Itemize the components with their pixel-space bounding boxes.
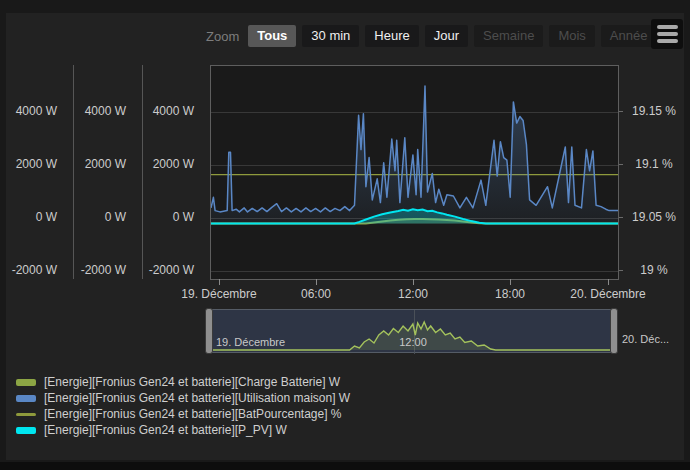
axis-tick-label: 0 W <box>138 210 194 224</box>
axis-tick-label: 19. Décembre <box>174 287 264 301</box>
chart-context-menu-button[interactable] <box>651 19 683 49</box>
navigator-label-right: 20. Déc... <box>622 333 669 345</box>
axis-tick-label: 2000 W <box>1 157 57 171</box>
axis-tick-label: 18:00 <box>465 287 555 301</box>
legend-label: [Energie][Fronius Gen24 et batterie][P_P… <box>44 423 287 437</box>
axis-tick-label: -2000 W <box>1 263 57 277</box>
axis-tick-label: 2000 W <box>138 157 194 171</box>
axis-tick-label: -2000 W <box>70 263 126 277</box>
series-canvas <box>211 66 618 279</box>
axis-tick-label: 2000 W <box>70 157 126 171</box>
axis-tick-label: 19.1 % <box>626 157 682 171</box>
y-axis-line-1 <box>73 65 74 279</box>
series-utilisation-maison-area <box>211 86 618 224</box>
plot-area[interactable] <box>210 65 619 280</box>
navigator-handle-left[interactable] <box>205 308 213 354</box>
legend-swatch-charge-batterie <box>16 379 36 386</box>
legend-item-utilisation-maison[interactable]: [Energie][Fronius Gen24 et batterie][Uti… <box>16 390 350 406</box>
axis-tick-label: 19 % <box>626 263 682 277</box>
zoom-label: Zoom <box>206 29 239 44</box>
bottom-strip <box>0 462 690 470</box>
range-button-tous[interactable]: Tous <box>248 25 296 48</box>
legend-swatch-batpourcentage <box>16 413 36 416</box>
navigator-label-left: 19. Décembre <box>216 336 285 348</box>
axis-tick-label: 06:00 <box>271 287 361 301</box>
range-button-jour[interactable]: Jour <box>425 25 468 48</box>
legend-label: [Energie][Fronius Gen24 et batterie][Cha… <box>44 375 340 389</box>
axis-tick-label: 0 W <box>70 210 126 224</box>
axis-tick-label: 12:00 <box>368 287 458 301</box>
legend-item-charge-batterie[interactable]: [Energie][Fronius Gen24 et batterie][Cha… <box>16 374 350 390</box>
range-button-mois: Mois <box>549 25 594 48</box>
range-button-annee: Année <box>601 25 657 48</box>
legend: [Energie][Fronius Gen24 et batterie][Cha… <box>16 374 350 438</box>
axis-tick-label: 19.15 % <box>626 104 682 118</box>
legend-label: [Energie][Fronius Gen24 et batterie][Bat… <box>44 407 342 421</box>
legend-swatch-p-pv <box>16 427 36 434</box>
range-button-semaine: Semaine <box>474 25 543 48</box>
range-button-30min[interactable]: 30 min <box>302 25 359 48</box>
axis-tick-label: 20. Décembre <box>563 287 653 301</box>
navigator-handle-right[interactable] <box>610 308 618 354</box>
axis-tick-label: 4000 W <box>70 104 126 118</box>
range-toolbar: Zoom Tous 30 min Heure Jour Semaine Mois… <box>206 23 656 49</box>
axis-tick-label: 4000 W <box>1 104 57 118</box>
range-button-heure[interactable]: Heure <box>365 25 418 48</box>
axis-tick-label: 19.05 % <box>626 210 682 224</box>
axis-tick-label: -2000 W <box>138 263 194 277</box>
legend-swatch-utilisation-maison <box>16 395 36 402</box>
axis-tick-label: 4000 W <box>138 104 194 118</box>
y-axis-line-2 <box>142 65 143 279</box>
legend-item-p-pv[interactable]: [Energie][Fronius Gen24 et batterie][P_P… <box>16 422 350 438</box>
legend-item-batpourcentage[interactable]: [Energie][Fronius Gen24 et batterie][Bat… <box>16 406 350 422</box>
axis-tick-label: 0 W <box>1 210 57 224</box>
navigator-label-center: 12:00 <box>393 336 433 348</box>
legend-label: [Energie][Fronius Gen24 et batterie][Uti… <box>44 391 350 405</box>
